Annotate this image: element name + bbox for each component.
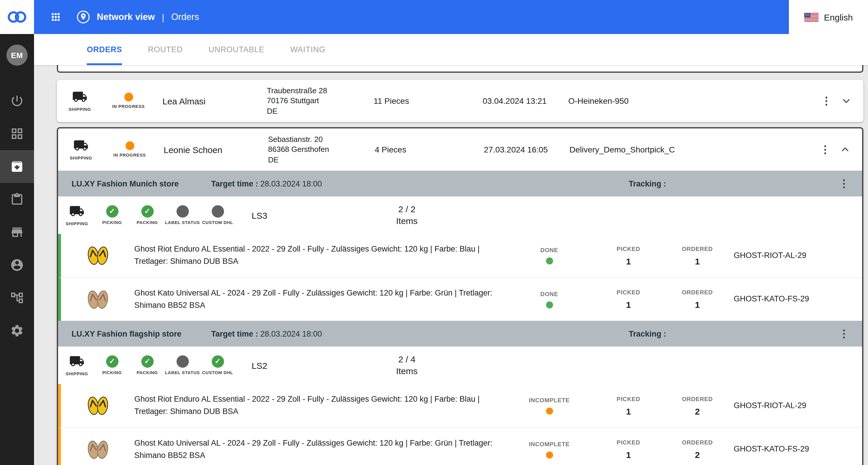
step-picking-done: ✓ PICKING xyxy=(94,205,130,225)
check-circle-icon: ✓ xyxy=(106,205,118,218)
inbox-download-icon xyxy=(10,159,24,174)
target-time: Target time : 28.03.2024 18:00 xyxy=(211,179,629,188)
sidebar-item-users[interactable] xyxy=(0,249,34,281)
apps-grid-icon xyxy=(50,11,62,23)
item-ordered: ORDERED 2 xyxy=(668,396,727,416)
sidebar-item-network[interactable] xyxy=(0,281,34,314)
order-item[interactable]: Ghost Kato Universal AL - 2024 - 29 Zoll… xyxy=(58,277,862,321)
chevron-up-icon[interactable] xyxy=(835,145,855,154)
top-bar: Network view | Orders English xyxy=(34,0,868,34)
product-image-flipflops-yellow xyxy=(61,392,134,420)
grid-view-icon xyxy=(10,127,24,141)
item-ordered: ORDERED 1 xyxy=(668,245,727,266)
fulfillment-steps: SHIPPING ✓ PICKING ✓ PACKING LABEL STATU… xyxy=(58,196,862,234)
avatar[interactable]: EM xyxy=(6,44,28,66)
fulfillment-steps: SHIPPING ✓ PICKING ✓ PACKING LABEL STATU… xyxy=(58,346,862,384)
account-circle-icon xyxy=(10,258,24,272)
order-row[interactable]: SHIPPING IN PROGRESS Leonie Schoen Sebas… xyxy=(58,128,862,170)
sidebar-item-dashboard[interactable] xyxy=(0,117,34,150)
account-tree-icon xyxy=(10,291,24,305)
order-card-leonie-schoen: SHIPPING IN PROGRESS Leonie Schoen Sebas… xyxy=(57,127,863,465)
target-time: Target time : 28.03.2024 18:00 xyxy=(211,329,629,338)
language-selector[interactable]: English xyxy=(789,0,868,34)
order-reference: Delivery_Demo_Shortpick_C xyxy=(569,145,815,154)
tracking-label: Tracking : xyxy=(629,329,666,338)
order-row[interactable]: SHIPPING IN PROGRESS Lea Almasi Traubens… xyxy=(57,80,863,122)
tab-waiting[interactable]: WAITING xyxy=(290,34,326,65)
chevron-down-icon[interactable] xyxy=(836,96,856,105)
item-sku: GHOST-RIOT-AL-29 xyxy=(734,400,822,411)
sidebar-item-logout[interactable] xyxy=(0,85,34,117)
order-card-lea-almasi: SHIPPING IN PROGRESS Lea Almasi Traubens… xyxy=(57,80,863,122)
sidebar-item-settings[interactable] xyxy=(0,314,34,347)
tab-unroutable[interactable]: UNROUTABLE xyxy=(209,34,265,65)
order-menu-button[interactable]: ⋮ xyxy=(816,96,836,106)
store-menu-button[interactable]: ⋮ xyxy=(834,329,854,339)
items-count-value: 2 / 2 xyxy=(372,204,442,216)
order-item[interactable]: Ghost Kato Universal AL - 2024 - 29 Zoll… xyxy=(58,428,862,465)
step-packing-done: ✓ PACKING xyxy=(130,205,165,225)
tab-routed[interactable]: ROUTED xyxy=(148,34,183,65)
address-line-3: DE xyxy=(267,106,374,116)
store-icon xyxy=(10,225,24,239)
item-ordered: ORDERED 1 xyxy=(668,289,727,310)
page-subtitle: Orders xyxy=(171,12,199,22)
item-picked: PICKED 1 xyxy=(589,289,668,310)
sidebar-item-stores[interactable] xyxy=(0,216,34,249)
customer-address: Sebastianstr. 20 86368 Gersthofen DE xyxy=(268,134,375,165)
progress-status: IN PROGRESS xyxy=(108,141,151,158)
pieces-count: 4 Pieces xyxy=(375,145,484,154)
address-line-1: Sebastianstr. 20 xyxy=(268,134,375,144)
shipping-label: SHIPPING xyxy=(69,107,91,113)
pending-circle-icon xyxy=(176,205,189,218)
store-name: LU.XY Fashion flagship store xyxy=(71,329,211,338)
tab-bar: ORDERS ROUTED UNROUTABLE WAITING xyxy=(34,34,868,65)
store-name: LU.XY Fashion Munich store xyxy=(71,179,211,188)
sidebar-item-inbox-orders[interactable] xyxy=(0,150,34,183)
pending-circle-icon xyxy=(211,205,224,218)
order-item[interactable]: Ghost Riot Enduro AL Essential - 2022 - … xyxy=(58,234,862,277)
status-dot-green xyxy=(546,301,553,308)
truck-icon xyxy=(69,204,85,219)
item-sku: GHOST-RIOT-AL-29 xyxy=(734,250,822,261)
item-description: Ghost Kato Universal AL - 2024 - 29 Zoll… xyxy=(134,287,510,312)
address-line-3: DE xyxy=(268,155,375,165)
apps-grid-button[interactable] xyxy=(46,11,66,23)
brand-logo-icon xyxy=(6,10,28,24)
item-description: Ghost Riot Enduro AL Essential - 2022 - … xyxy=(134,394,510,418)
progress-status: IN PROGRESS xyxy=(107,93,150,110)
gear-icon xyxy=(10,324,24,338)
sidebar-item-tasks[interactable] xyxy=(0,183,34,216)
step-shipping: SHIPPING xyxy=(59,204,94,227)
customer-name: Leonie Schoen xyxy=(164,145,268,155)
status-dot-orange xyxy=(546,407,553,414)
step-shipping: SHIPPING xyxy=(59,354,94,377)
order-item[interactable]: Ghost Riot Enduro AL Essential - 2022 - … xyxy=(58,384,862,428)
page-title: Network view xyxy=(97,12,155,22)
step-picking-done: ✓ PICKING xyxy=(94,355,130,376)
step-label-status-pending: LABEL STATUS xyxy=(165,205,200,225)
order-datetime: 27.03.2024 16:05 xyxy=(484,145,569,154)
order-menu-button[interactable]: ⋮ xyxy=(815,144,835,155)
app-logo[interactable] xyxy=(0,0,34,34)
item-status: INCOMPLETE xyxy=(510,397,589,414)
store-header: LU.XY Fashion flagship store Target time… xyxy=(58,321,862,346)
target-time-value: 28.03.2024 18:00 xyxy=(260,179,322,188)
item-picked: PICKED 1 xyxy=(589,396,668,416)
item-sku: GHOST-KATO-FS-29 xyxy=(734,444,822,455)
item-picked: PICKED 1 xyxy=(589,439,668,460)
store-menu-button[interactable]: ⋮ xyxy=(834,178,854,189)
in-progress-dot xyxy=(125,141,134,150)
store-header: LU.XY Fashion Munich store Target time :… xyxy=(58,170,862,196)
shipping-label: SHIPPING xyxy=(70,156,92,161)
product-image-flipflops-yellow xyxy=(61,242,134,270)
check-circle-icon: ✓ xyxy=(211,355,224,368)
items-count-label: Items xyxy=(372,365,442,377)
items-count-value: 2 / 4 xyxy=(372,353,442,366)
tab-orders[interactable]: ORDERS xyxy=(87,34,122,65)
customer-name: Lea Almasi xyxy=(162,96,267,106)
address-line-2: 70176 Stuttgart xyxy=(267,96,374,106)
order-reference: O-Heineken-950 xyxy=(568,96,816,105)
target-time-label: Target time : xyxy=(211,179,258,188)
item-description: Ghost Riot Enduro AL Essential - 2022 - … xyxy=(134,243,510,268)
